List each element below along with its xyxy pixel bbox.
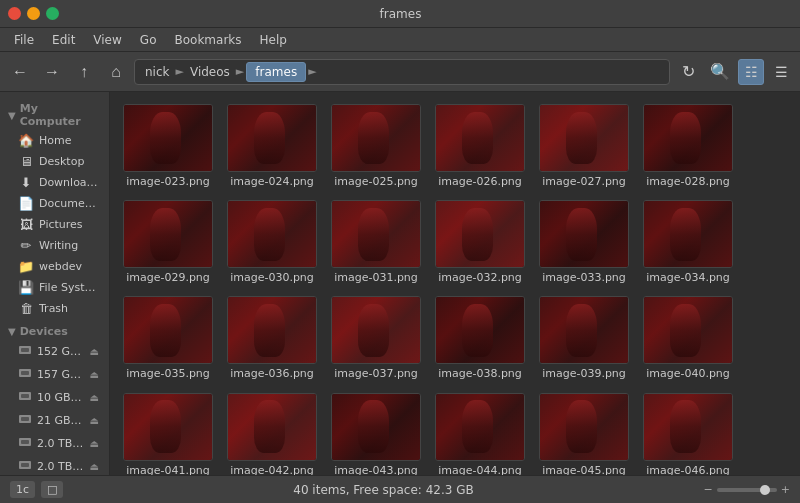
menu-item-view[interactable]: View: [85, 31, 129, 49]
folder-icon: 🏠: [18, 133, 34, 148]
file-item[interactable]: image-045.png: [534, 389, 634, 475]
file-item[interactable]: image-025.png: [326, 100, 426, 192]
file-item[interactable]: image-032.png: [430, 196, 530, 288]
menu-item-edit[interactable]: Edit: [44, 31, 83, 49]
search-button[interactable]: 🔍: [706, 58, 734, 86]
zoom-minus[interactable]: −: [704, 483, 713, 496]
eject-icon[interactable]: ⏏: [90, 461, 99, 472]
reload-button[interactable]: ↻: [674, 58, 702, 86]
window-controls[interactable]: [8, 7, 59, 20]
sidebar-item-152-gb-v...[interactable]: 152 GB V...⏏: [2, 340, 107, 363]
menu-item-file[interactable]: File: [6, 31, 42, 49]
zoom-control[interactable]: − +: [704, 483, 790, 496]
eject-icon[interactable]: ⏏: [90, 438, 99, 449]
bc-videos[interactable]: Videos: [186, 63, 234, 81]
file-item[interactable]: image-024.png: [222, 100, 322, 192]
menu-item-help[interactable]: Help: [252, 31, 295, 49]
sidebar-item-label: Writing: [39, 239, 78, 252]
sidebar-item-documents[interactable]: 📄Documents: [2, 193, 107, 214]
file-item[interactable]: image-041.png: [118, 389, 218, 475]
sidebar-item-desktop[interactable]: 🖥Desktop: [2, 151, 107, 172]
file-item[interactable]: image-026.png: [430, 100, 530, 192]
sidebar-item-2.0-tb-vol...[interactable]: 2.0 TB Vol...⏏: [2, 432, 107, 455]
file-thumbnail: [643, 393, 733, 461]
file-item[interactable]: image-042.png: [222, 389, 322, 475]
sidebar-item-downloads[interactable]: ⬇Downloads: [2, 172, 107, 193]
folder-icon: ⬇: [18, 175, 34, 190]
panel-btn[interactable]: □: [41, 481, 63, 498]
file-item[interactable]: image-029.png: [118, 196, 218, 288]
file-thumbnail: [331, 296, 421, 364]
folder-icon: 🗑: [18, 301, 34, 316]
menu-item-go[interactable]: Go: [132, 31, 165, 49]
file-name-label: image-023.png: [126, 175, 210, 188]
file-thumbnail: [123, 200, 213, 268]
file-item[interactable]: image-033.png: [534, 196, 634, 288]
sidebar-item-label: webdev: [39, 260, 82, 273]
file-item[interactable]: image-037.png: [326, 292, 426, 384]
file-item[interactable]: image-023.png: [118, 100, 218, 192]
sidebar-item-pictures[interactable]: 🖼Pictures: [2, 214, 107, 235]
sidebar-item-label: Desktop: [39, 155, 84, 168]
sidebar-item-157-gb-v...[interactable]: 157 GB V...⏏: [2, 363, 107, 386]
sidebar-item-trash[interactable]: 🗑Trash: [2, 298, 107, 319]
file-item[interactable]: image-028.png: [638, 100, 738, 192]
file-name-label: image-045.png: [542, 464, 626, 475]
file-item[interactable]: image-039.png: [534, 292, 634, 384]
file-item[interactable]: image-034.png: [638, 196, 738, 288]
file-item[interactable]: image-036.png: [222, 292, 322, 384]
sidebar-item-10-gb-en...[interactable]: 10 GB En...⏏: [2, 386, 107, 409]
view-list-button[interactable]: ☰: [768, 59, 794, 85]
svg-rect-9: [21, 440, 29, 444]
forward-button[interactable]: →: [38, 58, 66, 86]
folder-icon: [18, 366, 32, 383]
minimize-button[interactable]: [27, 7, 40, 20]
zoom-plus[interactable]: +: [781, 483, 790, 496]
close-button[interactable]: [8, 7, 21, 20]
folder-icon: 📄: [18, 196, 34, 211]
section-arrow: ▼: [8, 326, 16, 337]
sidebar-item-home[interactable]: 🏠Home: [2, 130, 107, 151]
back-button[interactable]: ←: [6, 58, 34, 86]
svg-rect-5: [21, 394, 29, 398]
bc-frames[interactable]: frames: [246, 62, 306, 82]
eject-icon[interactable]: ⏏: [90, 369, 99, 380]
view-grid-button[interactable]: ☷: [738, 59, 764, 85]
sidebar: ▼My Computer🏠Home🖥Desktop⬇Downloads📄Docu…: [0, 92, 110, 475]
file-item[interactable]: image-030.png: [222, 196, 322, 288]
file-item[interactable]: image-031.png: [326, 196, 426, 288]
image-preview: [644, 394, 732, 460]
file-item[interactable]: image-044.png: [430, 389, 530, 475]
zoom-slider[interactable]: [717, 488, 777, 492]
file-grid[interactable]: image-023.pngimage-024.pngimage-025.pngi…: [110, 92, 800, 475]
file-name-label: image-028.png: [646, 175, 730, 188]
sidebar-item-21-gb-vol...[interactable]: 21 GB Vol...⏏: [2, 409, 107, 432]
file-item[interactable]: image-038.png: [430, 292, 530, 384]
sidebar-item-2.0-tb-vol...[interactable]: 2.0 TB Vol...⏏: [2, 455, 107, 475]
home-button[interactable]: ⌂: [102, 58, 130, 86]
sidebar-item-webdev[interactable]: 📁webdev: [2, 256, 107, 277]
menu-item-bookmarks[interactable]: Bookmarks: [166, 31, 249, 49]
up-button[interactable]: ↑: [70, 58, 98, 86]
image-preview: [124, 297, 212, 363]
eject-icon[interactable]: ⏏: [90, 415, 99, 426]
sidebar-item-label: File System: [39, 281, 99, 294]
bc-nick[interactable]: nick: [141, 63, 174, 81]
sidebar-item-file-system[interactable]: 💾File System: [2, 277, 107, 298]
file-item[interactable]: image-046.png: [638, 389, 738, 475]
sidebar-item-label: Trash: [39, 302, 68, 315]
file-item[interactable]: image-035.png: [118, 292, 218, 384]
terminal-btn[interactable]: 1c: [10, 481, 35, 498]
file-item[interactable]: image-027.png: [534, 100, 634, 192]
svg-rect-7: [21, 417, 29, 421]
eject-icon[interactable]: ⏏: [90, 392, 99, 403]
maximize-button[interactable]: [46, 7, 59, 20]
file-item[interactable]: image-040.png: [638, 292, 738, 384]
sidebar-item-label: 2.0 TB Vol...: [37, 437, 85, 450]
sidebar-item-writing[interactable]: ✏Writing: [2, 235, 107, 256]
file-name-label: image-033.png: [542, 271, 626, 284]
menubar: FileEditViewGoBookmarksHelp: [0, 28, 800, 52]
file-item[interactable]: image-043.png: [326, 389, 426, 475]
eject-icon[interactable]: ⏏: [90, 346, 99, 357]
image-preview: [228, 105, 316, 171]
